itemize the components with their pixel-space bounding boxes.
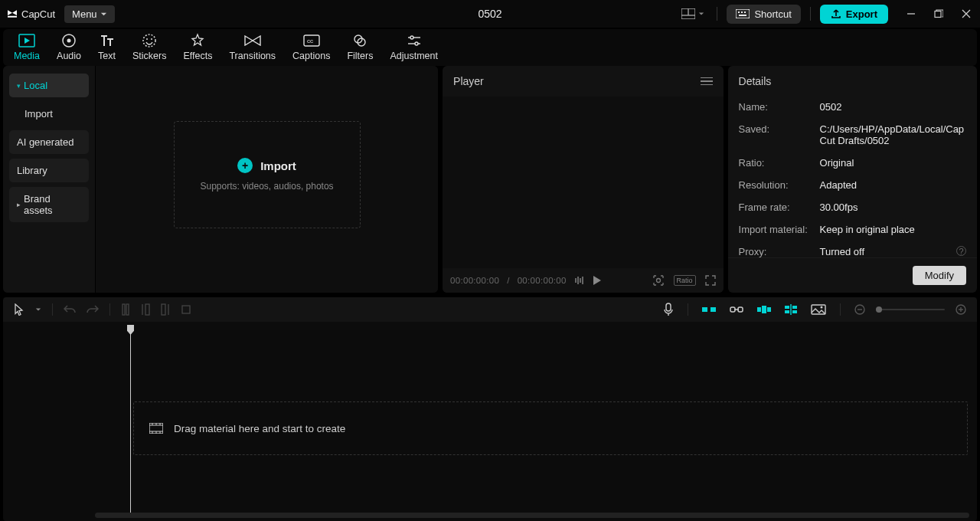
volume-icon[interactable] [574, 276, 585, 285]
titlebar: CapCut Menu 0502 Shortcut Export [0, 0, 980, 28]
crop-icon[interactable] [652, 274, 665, 287]
text-icon [99, 32, 116, 49]
tab-transitions[interactable]: Transitions [221, 29, 283, 64]
pointer-dropdown[interactable] [32, 303, 44, 316]
tab-label: Media [14, 51, 40, 61]
app-name: CapCut [21, 8, 55, 20]
timeline-dropzone[interactable]: Drag material here and start to create [133, 401, 968, 455]
detail-row-ratio: Ratio:Original [739, 157, 966, 169]
snap-icon [702, 306, 716, 313]
timeline-ruler[interactable] [3, 322, 977, 336]
tab-effects[interactable]: Effects [175, 29, 220, 64]
tab-stickers[interactable]: Stickers [125, 29, 174, 64]
detail-row-proxy: Proxy:Turned off? [739, 246, 966, 257]
detail-value: Original [820, 157, 854, 169]
svg-rect-45 [785, 306, 789, 309]
import-subtitle: Supports: videos, audios, photos [200, 181, 333, 192]
tab-audio[interactable]: Audio [49, 29, 89, 64]
svg-rect-27 [582, 277, 583, 284]
detail-value: 30.00fps [820, 202, 858, 213]
maximize-button[interactable] [931, 6, 946, 21]
caret-down-icon: ▾ [17, 82, 21, 90]
chevron-down-icon [698, 11, 704, 17]
link-toggle[interactable] [727, 302, 746, 317]
record-button[interactable] [660, 300, 677, 319]
timeline-scrollbar[interactable] [95, 513, 969, 518]
chevron-down-icon [35, 306, 41, 313]
tab-adjustment[interactable]: Adjustment [382, 29, 446, 64]
info-icon[interactable]: ? [956, 246, 966, 256]
detail-value: 0502 [820, 101, 842, 113]
ratio-button[interactable]: Ratio [674, 275, 696, 286]
undo-button[interactable] [60, 301, 79, 318]
sidebar-item-library[interactable]: Library [9, 159, 89, 182]
export-button[interactable]: Export [820, 5, 888, 24]
shortcut-button[interactable]: Shortcut [727, 5, 800, 24]
export-icon [831, 8, 841, 19]
tab-label: Text [98, 51, 116, 61]
player-title: Player [453, 75, 484, 87]
delete-button[interactable] [178, 301, 194, 318]
split-icon [121, 303, 130, 316]
shortcut-label: Shortcut [754, 8, 791, 20]
divider [717, 7, 717, 21]
svg-rect-48 [792, 310, 797, 313]
tab-filters[interactable]: Filters [339, 29, 381, 64]
layout-icon [681, 8, 695, 19]
snap-toggle[interactable] [699, 303, 719, 316]
detail-value: Turned off [820, 246, 865, 257]
tab-label: Stickers [132, 51, 166, 61]
divider [810, 7, 811, 21]
player-header: Player [443, 66, 723, 97]
zoom-in-button[interactable] [952, 301, 969, 318]
play-button[interactable] [593, 275, 602, 286]
player-viewport[interactable] [443, 97, 723, 268]
detail-label: Frame rate: [739, 202, 820, 213]
fullscreen-icon[interactable] [705, 275, 716, 286]
split-button[interactable] [118, 300, 133, 319]
svg-point-23 [415, 42, 418, 45]
player-menu-button[interactable] [701, 77, 713, 86]
svg-rect-9 [935, 11, 941, 18]
svg-rect-36 [666, 303, 671, 311]
divider [109, 303, 110, 316]
sidebar-item-brand-assets[interactable]: ▸Brand assets [9, 187, 89, 222]
keyboard-icon [736, 9, 750, 18]
preview-toggle[interactable] [754, 303, 774, 316]
audio-icon [60, 32, 77, 49]
timeline[interactable]: Drag material here and start to create [3, 322, 977, 521]
zoom-slider[interactable] [876, 309, 945, 310]
menu-label: Menu [72, 8, 97, 20]
cover-button[interactable] [808, 301, 829, 318]
timecode-total: 00:00:00:00 [518, 276, 567, 285]
trim-left-button[interactable] [138, 300, 153, 319]
trim-right-button[interactable] [158, 300, 173, 319]
sidebar-item-ai-generated[interactable]: AI generated [9, 130, 89, 154]
redo-button[interactable] [83, 301, 102, 318]
close-button[interactable] [959, 6, 974, 21]
menu-button[interactable]: Menu [64, 5, 115, 23]
minimize-button[interactable] [903, 6, 919, 21]
divider [840, 303, 841, 316]
sidebar-item-import[interactable]: Import [9, 102, 89, 126]
svg-point-51 [821, 306, 823, 309]
minimize-icon [906, 9, 916, 18]
tab-text[interactable]: Text [90, 29, 123, 64]
detail-label: Proxy: [739, 246, 820, 257]
tab-label: Filters [347, 51, 373, 61]
align-toggle[interactable] [782, 301, 800, 318]
tab-captions[interactable]: cc Captions [285, 29, 338, 64]
sidebar-item-local[interactable]: ▾Local [9, 74, 89, 97]
detail-row-resolution: Resolution:Adapted [739, 179, 966, 191]
pointer-tool[interactable] [11, 300, 28, 319]
zoom-out-button[interactable] [851, 301, 868, 318]
svg-rect-46 [792, 306, 797, 309]
tab-media[interactable]: Media [6, 29, 47, 64]
app-logo: CapCut [6, 8, 55, 20]
layout-button[interactable] [678, 5, 707, 22]
trim-left-icon [141, 303, 150, 316]
import-dropzone[interactable]: + Import Supports: videos, audios, photo… [174, 121, 361, 228]
svg-rect-5 [741, 11, 743, 13]
modify-button[interactable]: Modify [913, 266, 966, 285]
playhead-line [130, 325, 131, 516]
